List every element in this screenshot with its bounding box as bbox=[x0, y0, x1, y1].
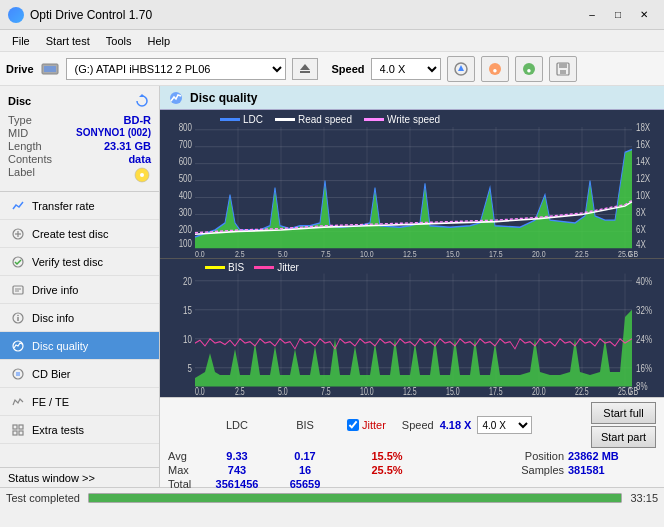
stats-speed-select[interactable]: 4.0 X bbox=[477, 416, 532, 434]
tool-icon-1[interactable] bbox=[447, 56, 475, 82]
svg-text:20: 20 bbox=[183, 275, 192, 288]
menu-start-test[interactable]: Start test bbox=[38, 33, 98, 49]
stats-ldc-header: LDC bbox=[203, 419, 271, 431]
samples-value: 381581 bbox=[568, 464, 648, 476]
status-text: Test completed bbox=[6, 492, 80, 504]
drive-info-icon bbox=[10, 282, 26, 298]
sidebar-item-transfer-rate[interactable]: Transfer rate bbox=[0, 192, 159, 220]
svg-text:17.5: 17.5 bbox=[489, 386, 503, 397]
sidebar-item-extra-tests[interactable]: Extra tests bbox=[0, 416, 159, 444]
disc-label-icon bbox=[133, 166, 151, 184]
content-title: Disc quality bbox=[190, 91, 257, 105]
svg-marker-13 bbox=[139, 94, 145, 97]
disc-length-value: 23.31 GB bbox=[104, 140, 151, 152]
tool-icon-2[interactable]: ● bbox=[481, 56, 509, 82]
svg-rect-31 bbox=[13, 431, 17, 435]
svg-text:100: 100 bbox=[179, 237, 193, 250]
tool-icon-3[interactable]: ● bbox=[515, 56, 543, 82]
menu-help[interactable]: Help bbox=[139, 33, 178, 49]
start-full-button[interactable]: Start full bbox=[591, 402, 656, 424]
disc-mid-label: MID bbox=[8, 127, 28, 139]
fe-te-icon bbox=[10, 394, 26, 410]
ldc-legend-color bbox=[220, 118, 240, 121]
stats-max-row: Max 743 16 25.5% Samples 381581 bbox=[168, 464, 656, 476]
svg-rect-3 bbox=[300, 71, 310, 73]
svg-rect-1 bbox=[44, 66, 56, 72]
svg-text:14X: 14X bbox=[636, 155, 651, 168]
max-jitter-val: 25.5% bbox=[347, 464, 427, 476]
svg-text:GB: GB bbox=[628, 248, 638, 259]
sidebar-item-fe-te[interactable]: FE / TE bbox=[0, 388, 159, 416]
minimize-button[interactable]: – bbox=[580, 5, 604, 25]
svg-text:300: 300 bbox=[179, 205, 193, 218]
write-speed-legend-item: Write speed bbox=[364, 114, 440, 125]
menu-file[interactable]: File bbox=[4, 33, 38, 49]
svg-text:15.0: 15.0 bbox=[446, 248, 460, 259]
drive-info-label: Drive info bbox=[32, 284, 78, 296]
sidebar-item-verify-test-disc[interactable]: Verify test disc bbox=[0, 248, 159, 276]
eject-button[interactable] bbox=[292, 58, 318, 80]
menubar: File Start test Tools Help bbox=[0, 30, 664, 52]
chart2-legend: BIS Jitter bbox=[205, 262, 299, 273]
drive-label: Drive bbox=[6, 63, 34, 75]
time-display: 33:15 bbox=[630, 492, 658, 504]
svg-rect-12 bbox=[560, 70, 566, 74]
total-label: Total bbox=[168, 478, 203, 490]
menu-tools[interactable]: Tools bbox=[98, 33, 140, 49]
status-window-button[interactable]: Status window >> bbox=[0, 467, 159, 487]
svg-text:2.5: 2.5 bbox=[235, 248, 245, 259]
sidebar-item-disc-info[interactable]: Disc info bbox=[0, 304, 159, 332]
stats-speed-header: Speed bbox=[402, 419, 434, 431]
read-speed-legend-item: Read speed bbox=[275, 114, 352, 125]
sidebar-item-cd-bier[interactable]: CD Bier bbox=[0, 360, 159, 388]
bottombar: Test completed 33:15 bbox=[0, 487, 664, 507]
svg-text:2.5: 2.5 bbox=[235, 386, 245, 397]
svg-text:500: 500 bbox=[179, 172, 193, 185]
disc-type-label: Type bbox=[8, 114, 32, 126]
read-speed-legend-label: Read speed bbox=[298, 114, 352, 125]
svg-text:10: 10 bbox=[183, 333, 192, 346]
chart2-svg: 20 15 10 5 40% 32% 24% 16% 8% 0.0 2.5 5.… bbox=[160, 259, 664, 397]
write-speed-legend-label: Write speed bbox=[387, 114, 440, 125]
disc-panel: Disc Type BD-R MID SONYNO1 (002) Length … bbox=[0, 86, 159, 192]
jitter-checkbox[interactable] bbox=[347, 419, 359, 431]
svg-text:22.5: 22.5 bbox=[575, 386, 589, 397]
extra-tests-icon bbox=[10, 422, 26, 438]
svg-text:6X: 6X bbox=[636, 222, 646, 235]
transfer-rate-label: Transfer rate bbox=[32, 200, 95, 212]
max-bis-val: 16 bbox=[271, 464, 339, 476]
sidebar-item-create-test-disc[interactable]: Create test disc bbox=[0, 220, 159, 248]
content-header: Disc quality bbox=[160, 86, 664, 110]
app-icon bbox=[8, 7, 24, 23]
content-area: Disc quality LDC Read speed bbox=[160, 86, 664, 487]
close-button[interactable]: ✕ bbox=[632, 5, 656, 25]
content-header-icon bbox=[168, 90, 184, 106]
drive-icon bbox=[40, 59, 60, 79]
speed-select[interactable]: 4.0 X bbox=[371, 58, 441, 80]
sidebar-item-drive-info[interactable]: Drive info bbox=[0, 276, 159, 304]
svg-text:GB: GB bbox=[628, 386, 638, 397]
svg-text:20.0: 20.0 bbox=[532, 248, 546, 259]
save-icon[interactable] bbox=[549, 56, 577, 82]
avg-label: Avg bbox=[168, 450, 203, 462]
disc-mid-value: SONYNO1 (002) bbox=[76, 127, 151, 139]
sidebar: Disc Type BD-R MID SONYNO1 (002) Length … bbox=[0, 86, 160, 487]
drive-select[interactable]: (G:) ATAPI iHBS112 2 PL06 bbox=[66, 58, 286, 80]
charts-area: LDC Read speed Write speed bbox=[160, 110, 664, 397]
main-layout: Disc Type BD-R MID SONYNO1 (002) Length … bbox=[0, 86, 664, 487]
svg-text:10.0: 10.0 bbox=[360, 386, 374, 397]
svg-point-25 bbox=[17, 314, 19, 316]
svg-text:12X: 12X bbox=[636, 172, 651, 185]
chart1-legend: LDC Read speed Write speed bbox=[220, 114, 440, 125]
disc-refresh-button[interactable] bbox=[133, 92, 151, 110]
svg-rect-20 bbox=[13, 286, 23, 294]
drivebar: Drive (G:) ATAPI iHBS112 2 PL06 Speed 4.… bbox=[0, 52, 664, 86]
chart1-svg: 800 700 600 500 400 300 200 100 18X 16X … bbox=[160, 110, 664, 258]
svg-point-15 bbox=[140, 173, 144, 177]
disc-type-value: BD-R bbox=[124, 114, 152, 126]
maximize-button[interactable]: □ bbox=[606, 5, 630, 25]
read-speed-legend-color bbox=[275, 118, 295, 121]
sidebar-item-disc-quality[interactable]: Disc quality bbox=[0, 332, 159, 360]
svg-text:8X: 8X bbox=[636, 205, 646, 218]
start-part-button[interactable]: Start part bbox=[591, 426, 656, 448]
